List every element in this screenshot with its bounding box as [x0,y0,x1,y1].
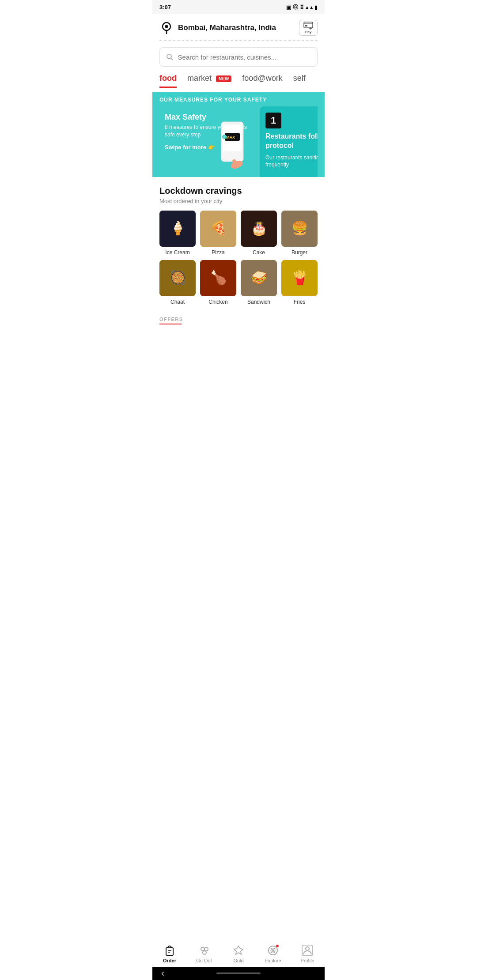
svg-text:🥘: 🥘 [170,270,186,286]
food-item-burger[interactable]: 🍔 Burger [281,211,318,256]
food-item-ice-cream[interactable]: 🍦 Ice Cream [159,211,196,256]
food-label-cake: Cake [253,249,265,256]
food-label-chaat: Chaat [170,299,185,305]
food-item-chaat[interactable]: 🥘 Chaat [159,260,196,305]
search-input[interactable] [178,53,311,61]
safety-card-max[interactable]: Max Safety 8 measures to ensure your ord… [159,106,257,177]
lockdown-section: Lockdown cravings Most ordered in your c… [152,177,325,309]
food-img-burger: 🍔 [281,211,318,247]
safety-card-who-title: Restaurants follow WHO protocol [265,132,318,151]
pay-label: Pay [305,30,311,34]
svg-text:✓: ✓ [223,136,226,139]
status-icons: ▣ ⓒ ⠿ ▴ ▴ ▮ [286,4,318,11]
svg-text:🍕: 🍕 [210,220,227,236]
offers-underline [159,324,182,324]
notification-icon: ▣ [286,4,291,11]
safety-section: OUR MEASURES FOR YOUR SAFETY Max Safety … [152,92,325,177]
svg-text:🍦: 🍦 [170,220,186,236]
food-img-cake: 🎂 [241,211,277,247]
svg-rect-5 [305,25,307,26]
status-time: 3:07 [159,4,171,11]
safety-card-who-number: 1 [265,113,281,128]
food-img-fries: 🍟 [281,260,318,296]
tab-food[interactable]: food [159,74,177,88]
svg-text:🍟: 🍟 [292,270,308,286]
search-bar[interactable] [159,47,318,67]
market-new-badge: NEW [216,75,231,82]
header-divider [159,40,318,41]
food-img-chicken: 🍗 [200,260,236,296]
food-label-chicken: Chicken [208,299,227,305]
food-label-pizza: Pizza [212,249,224,256]
lockdown-title: Lockdown cravings [159,186,318,196]
food-img-ice-cream: 🍦 [159,211,196,247]
svg-rect-3 [304,22,313,28]
offers-label: OFFERS [152,309,325,324]
signal-icon: ▴ [310,4,313,11]
lockdown-subtitle: Most ordered in your city [159,198,318,204]
tabs-container: food market NEW food@work self [152,72,325,88]
safety-card-who[interactable]: 1 Restaurants follow WHO protocol Our re… [260,106,318,177]
sim-icon: ⓒ [293,4,298,11]
food-label-ice-cream: Ice Cream [165,249,189,256]
svg-text:🥪: 🥪 [251,270,268,286]
food-item-cake[interactable]: 🎂 Cake [241,211,277,256]
svg-text:🍗: 🍗 [210,270,227,286]
phone-illustration: MAX ✓ [212,120,252,177]
svg-text:🍔: 🍔 [292,220,308,236]
svg-text:🎂: 🎂 [251,220,268,236]
vibrate-icon: ⠿ [300,4,304,11]
food-item-pizza[interactable]: 🍕 Pizza [200,211,236,256]
status-bar: 3:07 ▣ ⓒ ⠿ ▴ ▴ ▮ [152,0,325,14]
food-img-chaat: 🥘 [159,260,196,296]
food-img-pizza: 🍕 [200,211,236,247]
pay-button[interactable]: Pay [299,20,318,36]
food-item-chicken[interactable]: 🍗 Chicken [200,260,236,305]
food-label-sandwich: Sandwich [247,299,270,305]
svg-line-7 [171,58,173,60]
food-item-sandwich[interactable]: 🥪 Sandwich [241,260,277,305]
safety-title: OUR MEASURES FOR YOUR SAFETY [159,97,318,103]
location-area[interactable]: Bombai, Maharashtra, India [159,21,276,35]
food-img-sandwich: 🥪 [241,260,277,296]
wifi-icon: ▴ [306,4,308,11]
tab-food-at-work[interactable]: food@work [242,74,282,88]
tab-self[interactable]: self [293,74,306,88]
tab-market[interactable]: market NEW [187,74,231,88]
search-icon [166,53,174,61]
location-text: Bombai, Maharashtra, India [178,23,276,32]
food-item-fries[interactable]: 🍟 Fries [281,260,318,305]
safety-cards[interactable]: Max Safety 8 measures to ensure your ord… [159,106,318,177]
svg-text:MAX: MAX [226,135,235,139]
food-label-burger: Burger [292,249,307,256]
svg-point-1 [165,25,168,28]
food-grid: 🍦 Ice Cream 🍕 Pizza 🎂 Cake 🍔 [159,211,318,305]
location-pin-icon [159,21,174,35]
food-label-fries: Fries [294,299,306,305]
battery-icon: ▮ [314,4,318,11]
header: Bombai, Maharashtra, India Pay [152,14,325,40]
safety-card-who-desc: Our restaurants sanitise their kitchens … [265,154,318,169]
